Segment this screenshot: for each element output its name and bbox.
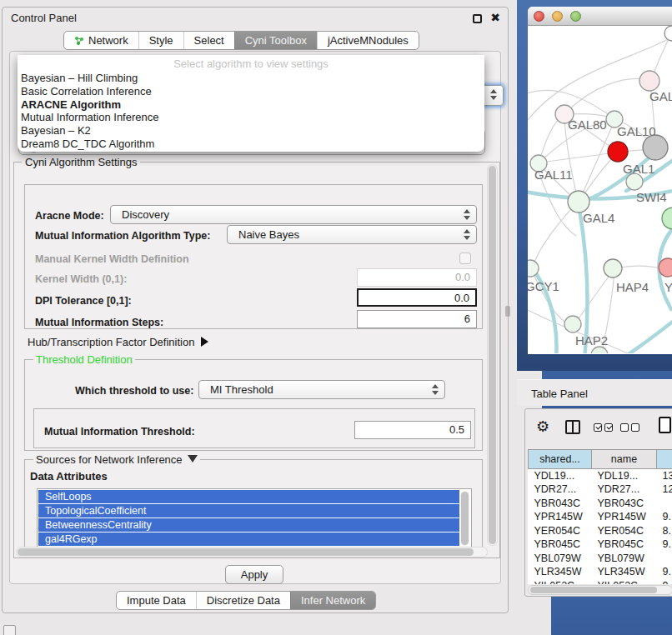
data-attribute-item[interactable]: BetweennessCentrality: [38, 518, 459, 532]
network-node[interactable]: [591, 347, 608, 353]
column-header[interactable]: A: [657, 450, 672, 469]
show-columns-icon[interactable]: [594, 423, 613, 432]
settings-vertical-scrollbar[interactable]: [487, 164, 498, 546]
network-edge[interactable]: [575, 271, 613, 323]
minimize-traffic-light-icon[interactable]: [552, 11, 563, 22]
column-header[interactable]: name: [592, 450, 657, 469]
splitter-handle[interactable]: [505, 306, 510, 317]
close-traffic-light-icon[interactable]: [534, 11, 544, 22]
table-cell: YDL19...: [529, 469, 592, 483]
aracne-mode-label: Aracne Mode:: [35, 210, 104, 222]
network-edge[interactable]: [566, 78, 649, 112]
algorithm-option[interactable]: ARACNE Algorithm: [18, 98, 484, 112]
network-canvas[interactable]: GALGAL80GAL10GAL1GAL11SWI4GAL4GCY1HAP4YH…: [528, 26, 672, 353]
algorithm-option[interactable]: Basic Correlation Inference: [18, 85, 484, 98]
close-icon[interactable]: ✖: [490, 11, 500, 24]
data-attribute-item[interactable]: SelfLoops: [38, 490, 459, 503]
table-row[interactable]: YBL079WYBL079W: [529, 552, 672, 566]
list-scrollbar[interactable]: [460, 491, 469, 546]
algorithm-option[interactable]: Mutual Information Inference: [18, 111, 484, 124]
stepper-icon: [464, 229, 470, 240]
tab-discretize-data[interactable]: Discretize Data: [196, 592, 290, 609]
table-row[interactable]: YDR27...YDR27...12: [529, 482, 672, 497]
gear-icon[interactable]: ⚙: [536, 418, 549, 435]
data-attributes-list[interactable]: SelfLoopsTopologicalCoefficientBetweenne…: [37, 488, 472, 548]
apply-button[interactable]: Apply: [225, 565, 283, 584]
tab-label: Cyni Toolbox: [245, 34, 307, 47]
tab-cyni-toolbox[interactable]: Cyni Toolbox: [234, 32, 317, 49]
table-horizontal-scrollbar[interactable]: [528, 585, 672, 595]
network-edge[interactable]: [539, 116, 563, 161]
tab-network[interactable]: Network: [64, 32, 138, 49]
hub-definition-toggle[interactable]: Hub/Transcription Factor Definition: [28, 336, 208, 348]
table-row[interactable]: YBR043CYBR043C: [529, 497, 672, 511]
table-cell: YPR145W: [592, 510, 657, 524]
network-node-gal1[interactable]: [608, 142, 628, 162]
table-cell: YPR145W: [529, 510, 592, 524]
sources-title[interactable]: Sources for Network Inference: [33, 453, 200, 466]
tab-jactivemnodules[interactable]: jActiveMNodules: [317, 32, 419, 49]
node-label: HAP2: [575, 333, 608, 348]
settings-horizontal-scrollbar[interactable]: [16, 547, 488, 558]
network-node-y[interactable]: [659, 258, 672, 277]
tab-style[interactable]: Style: [138, 32, 183, 49]
node-label: Y: [664, 280, 672, 294]
column-header[interactable]: shared...: [529, 450, 592, 469]
network-node-gal[interactable]: [639, 71, 659, 91]
kernel-width-field[interactable]: 0.0: [357, 268, 477, 287]
algorithm-option[interactable]: Bayesian – K2: [18, 124, 484, 138]
network-edge-highlighted[interactable]: [579, 205, 588, 353]
manual-kernel-checkbox[interactable]: [459, 252, 471, 264]
network-node-hap4[interactable]: [604, 259, 622, 278]
network-node-swi4[interactable]: [626, 173, 643, 190]
table-row[interactable]: YPR145WYPR145W9.: [529, 510, 672, 524]
network-node[interactable]: [662, 208, 672, 229]
table-row[interactable]: YER054CYER054C8.: [529, 524, 672, 538]
network-edge[interactable]: [532, 204, 575, 268]
network-node-gal4[interactable]: [568, 191, 589, 212]
hide-columns-icon[interactable]: [620, 423, 639, 432]
node-label: GAL80: [568, 118, 607, 132]
table-cell: YBR045C: [592, 538, 657, 552]
aracne-mode-combo[interactable]: Discovery: [110, 205, 477, 224]
hub-definition-label: Hub/Transcription Factor Definition: [28, 336, 194, 348]
table-cell: 9.: [657, 565, 672, 579]
node-label: GCY1: [528, 279, 559, 293]
network-edge-highlighted[interactable]: [621, 301, 672, 353]
export-table-icon[interactable]: [659, 417, 671, 433]
mi-steps-field[interactable]: 6: [357, 310, 477, 328]
table-cell: YBR043C: [592, 497, 657, 511]
mi-threshold-field[interactable]: 0.5: [354, 421, 471, 439]
table-row[interactable]: YIL052CYIL052C9: [529, 579, 672, 585]
mi-type-combo[interactable]: Naive Bayes: [227, 225, 477, 244]
data-attribute-item[interactable]: TopologicalCoefficient: [38, 504, 459, 518]
network-window-titlebar[interactable]: [528, 7, 672, 26]
table-row[interactable]: YBR045CYBR045C9.: [529, 538, 672, 552]
mi-type-value: Naive Bayes: [238, 228, 299, 241]
dpi-tolerance-label: DPI Tolerance [0,1]:: [35, 295, 132, 307]
table-cell: YBL079W: [592, 552, 657, 566]
network-node[interactable]: [643, 135, 668, 160]
float-window-icon[interactable]: [473, 14, 482, 23]
bottom-tab-bar: Impute DataDiscretize DataInfer Network: [116, 591, 376, 610]
table-cell: YDR27...: [592, 482, 657, 497]
stepper-icon: [464, 209, 470, 220]
tab-select[interactable]: Select: [183, 32, 234, 49]
which-threshold-combo[interactable]: MI Threshold: [198, 380, 445, 399]
minimized-panel-icon[interactable]: [3, 625, 16, 635]
tab-impute-data[interactable]: Impute Data: [117, 592, 196, 609]
algorithm-option[interactable]: Bayesian – Hill Climbing: [18, 72, 484, 85]
network-node-hap2[interactable]: [564, 316, 581, 332]
algorithm-option[interactable]: Dream8 DC_TDC Algorithm: [18, 138, 484, 151]
network-edge[interactable]: [540, 152, 616, 162]
columns-icon[interactable]: [565, 420, 580, 434]
which-threshold-label: Which threshold to use:: [75, 385, 193, 397]
zoom-traffic-light-icon[interactable]: [570, 11, 581, 22]
table-row[interactable]: YDL19...YDL19...13: [529, 469, 672, 483]
network-node[interactable]: [664, 26, 672, 41]
dpi-tolerance-field[interactable]: 0.0: [357, 288, 477, 307]
aracne-mode-value: Discovery: [122, 208, 169, 221]
tab-infer-network[interactable]: Infer Network: [290, 592, 375, 609]
table-row[interactable]: YLR345WYLR345W9.: [529, 565, 672, 579]
data-attribute-item[interactable]: gal4RGexp: [38, 532, 459, 546]
